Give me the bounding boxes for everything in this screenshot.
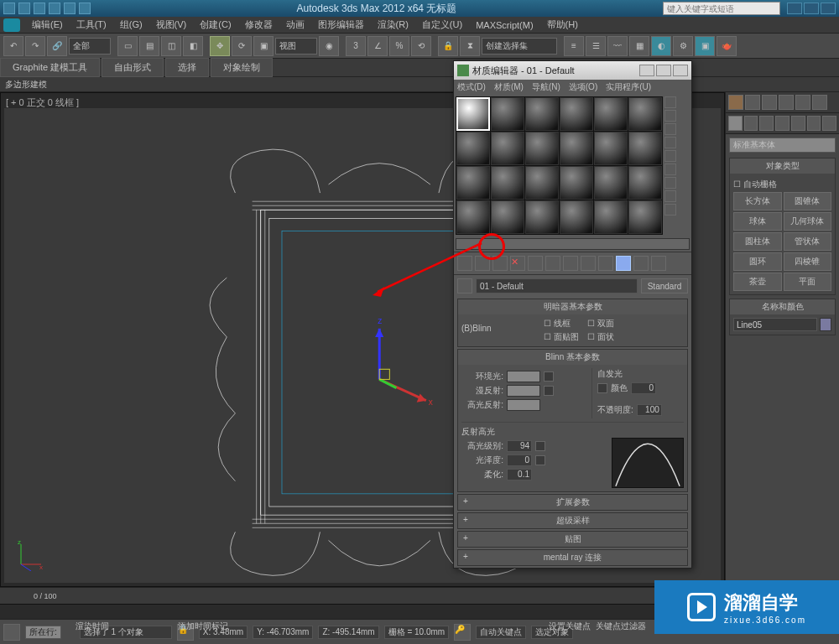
- mat-menu-nav[interactable]: 导航(N): [532, 81, 560, 93]
- setkey-button[interactable]: 设置关键点: [549, 621, 591, 632]
- systems-tab-icon[interactable]: [822, 116, 836, 131]
- material-slot[interactable]: [628, 200, 662, 234]
- material-type-button[interactable]: Standard: [641, 278, 688, 293]
- mat-titlebar[interactable]: 材质编辑器 - 01 - Default: [454, 61, 691, 80]
- undo-button[interactable]: ↶: [3, 36, 23, 56]
- hierarchy-tab-icon[interactable]: [762, 95, 777, 110]
- rendered-frame-button[interactable]: ▣: [695, 36, 715, 56]
- mat-minimize-button[interactable]: [639, 65, 654, 76]
- window-crossing-button[interactable]: ◧: [183, 36, 203, 56]
- sample-type-icon[interactable]: [664, 96, 676, 108]
- material-slot[interactable]: [456, 97, 490, 131]
- get-material-icon[interactable]: [457, 256, 472, 271]
- cp-rollout-header[interactable]: 对象类型: [730, 158, 835, 174]
- mat-slot-scrollbar[interactable]: [456, 238, 690, 250]
- lights-tab-icon[interactable]: [759, 116, 774, 131]
- material-slot[interactable]: [594, 132, 628, 165]
- mat-menu-utilities[interactable]: 实用程序(U): [606, 81, 651, 93]
- make-preview-icon[interactable]: [664, 164, 676, 175]
- schematic-button[interactable]: ▦: [629, 36, 649, 56]
- qat-btn[interactable]: [49, 3, 60, 14]
- ribbon-tab-freeform[interactable]: 自由形式: [102, 58, 164, 77]
- qat-btn[interactable]: [34, 3, 45, 14]
- box-button[interactable]: 长方体: [733, 192, 782, 210]
- ribbon-tab-paint[interactable]: 对象绘制: [211, 58, 273, 77]
- teapot-button[interactable]: 茶壶: [733, 273, 782, 291]
- select-name-button[interactable]: ▤: [139, 36, 159, 56]
- material-slot[interactable]: [491, 166, 524, 200]
- diffuse-swatch[interactable]: [507, 385, 540, 397]
- qat-btn[interactable]: [3, 3, 15, 14]
- material-slot[interactable]: [594, 97, 628, 131]
- rollout-header[interactable]: 明暗器基本参数: [458, 299, 687, 314]
- viewport-label[interactable]: [ + 0 正交 0 线框 ]: [6, 96, 79, 109]
- ribbon-tab-select[interactable]: 选择: [165, 58, 209, 77]
- render-button[interactable]: 🫖: [717, 36, 737, 56]
- object-name-input[interactable]: [733, 318, 817, 331]
- rotate-button[interactable]: ⟳: [232, 36, 252, 56]
- pivot-button[interactable]: ◉: [319, 36, 339, 56]
- material-slot[interactable]: [594, 166, 628, 200]
- cp-rollout-header[interactable]: 名称和颜色: [730, 299, 835, 314]
- minimize-button[interactable]: [787, 3, 802, 14]
- help-search-input[interactable]: [663, 2, 780, 15]
- percent-snap-button[interactable]: %: [389, 36, 409, 56]
- maximize-button[interactable]: [804, 3, 819, 14]
- pyramid-button[interactable]: 四棱锥: [784, 252, 832, 271]
- spacewarps-tab-icon[interactable]: [807, 116, 821, 131]
- menu-create[interactable]: 创建(C): [193, 18, 237, 31]
- shader-type-dd[interactable]: (B)Blinn: [461, 324, 537, 337]
- cone-button[interactable]: 圆锥体: [784, 192, 832, 210]
- render-setup-button[interactable]: ⚙: [673, 36, 693, 56]
- cylinder-button[interactable]: 圆柱体: [733, 232, 782, 251]
- video-check-icon[interactable]: [664, 150, 676, 162]
- display-tab-icon[interactable]: [795, 95, 810, 110]
- mat-close-button[interactable]: [673, 65, 688, 76]
- geosphere-button[interactable]: 几何球体: [784, 212, 832, 231]
- wire-checkbox[interactable]: ☐ 线框: [544, 318, 579, 330]
- qat-btn[interactable]: [18, 3, 30, 14]
- material-id-icon[interactable]: [581, 256, 596, 271]
- go-parent-icon[interactable]: [633, 256, 649, 271]
- soften-spinner[interactable]: 0.1: [507, 469, 532, 480]
- select-button[interactable]: ▭: [117, 36, 138, 56]
- reset-map-icon[interactable]: ✕: [510, 256, 525, 271]
- menu-views[interactable]: 视图(V): [149, 18, 194, 31]
- menu-maxscript[interactable]: MAXScript(M): [469, 20, 539, 30]
- link-button[interactable]: 🔗: [47, 36, 67, 56]
- spinner-snap-button[interactable]: ⟲: [411, 36, 431, 56]
- material-slot[interactable]: [628, 166, 662, 200]
- backlight-icon[interactable]: [664, 110, 676, 122]
- assign-to-selection-icon[interactable]: [492, 256, 508, 271]
- object-color-swatch[interactable]: [820, 318, 831, 331]
- material-slot[interactable]: [491, 132, 524, 165]
- sample-uv-icon[interactable]: [664, 137, 676, 148]
- show-end-result-icon[interactable]: [616, 256, 631, 271]
- go-sibling-icon[interactable]: [651, 256, 666, 271]
- selection-filter-dd[interactable]: 全部: [69, 38, 111, 55]
- shapes-tab-icon[interactable]: [744, 116, 758, 131]
- put-to-scene-icon[interactable]: [475, 256, 490, 271]
- app-menu-icon[interactable]: [3, 18, 20, 32]
- menu-help[interactable]: 帮助(H): [540, 18, 585, 31]
- sphere-button[interactable]: 球体: [733, 212, 782, 231]
- material-editor-button[interactable]: ◐: [651, 36, 671, 56]
- modify-tab-icon[interactable]: [745, 95, 760, 110]
- menu-tools[interactable]: 工具(T): [70, 18, 113, 31]
- extended-params-rollout[interactable]: 扩展参数: [457, 494, 688, 511]
- mat-menu-options[interactable]: 选项(O): [569, 81, 597, 93]
- pick-material-icon[interactable]: [457, 278, 472, 293]
- material-name-dd[interactable]: 01 - Default: [476, 278, 638, 293]
- material-slot[interactable]: [525, 200, 559, 234]
- menu-graph[interactable]: 图形编辑器: [311, 18, 371, 31]
- material-slot[interactable]: [456, 166, 490, 200]
- material-slot[interactable]: [560, 97, 593, 131]
- show-map-icon[interactable]: [598, 256, 613, 271]
- material-slot[interactable]: [525, 166, 559, 200]
- material-slot[interactable]: [560, 132, 593, 165]
- mat-menu-mode[interactable]: 模式(D): [457, 81, 486, 93]
- close-button[interactable]: [821, 3, 836, 14]
- make-copy-icon[interactable]: [528, 256, 543, 271]
- opacity-spinner[interactable]: 100: [637, 404, 662, 416]
- facemap-checkbox[interactable]: ☐ 面贴图: [544, 331, 579, 343]
